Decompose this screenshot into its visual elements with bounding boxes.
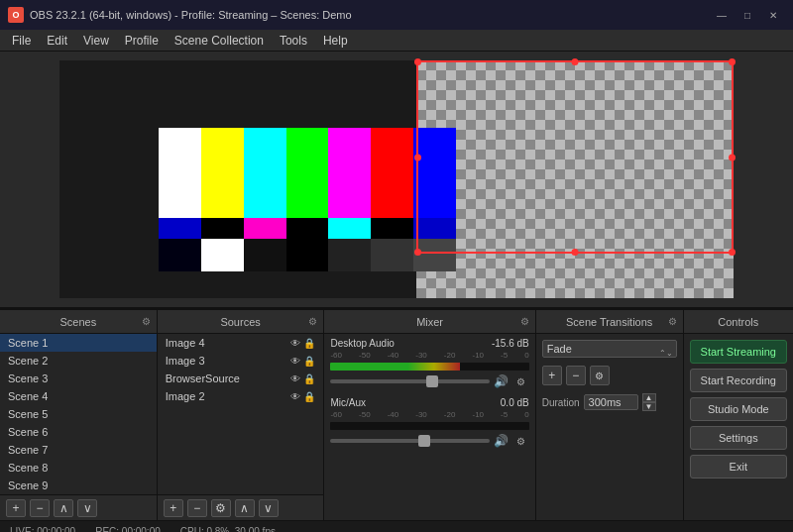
close-button[interactable]: ✕	[761, 5, 785, 25]
bar-bot7	[413, 239, 456, 271]
mixer-mic-fader[interactable]	[330, 439, 489, 443]
mixer-panel-header: Mixer ⚙	[324, 310, 534, 334]
transitions-panel: Scene Transitions ⚙ Cut Fade Swipe Slide…	[536, 310, 684, 520]
scene-item[interactable]: Scene 8	[0, 459, 157, 477]
menu-file[interactable]: File	[4, 32, 39, 50]
transition-settings-button[interactable]: ⚙	[590, 366, 610, 385]
source-label: Image 4	[166, 337, 205, 349]
scene-item[interactable]: Scene 3	[0, 370, 157, 387]
source-down-button[interactable]: ∨	[259, 499, 279, 517]
bar-red	[371, 128, 413, 218]
duration-row: Duration ▲ ▼	[542, 393, 677, 411]
source-item[interactable]: Image 3 👁 🔒	[158, 352, 324, 370]
menu-scene-collection[interactable]: Scene Collection	[167, 32, 272, 50]
scenes-panel-config-icon[interactable]: ⚙	[142, 316, 151, 327]
duration-up-button[interactable]: ▲	[642, 393, 656, 402]
source-visible-icon[interactable]: 👁	[290, 338, 300, 349]
menu-edit[interactable]: Edit	[39, 32, 75, 50]
add-source-button[interactable]: +	[164, 499, 183, 517]
remove-transition-button[interactable]: −	[566, 366, 586, 385]
settings-button[interactable]: Settings	[690, 426, 787, 450]
status-live: LIVE: 00:00:00	[10, 526, 75, 532]
menu-help[interactable]: Help	[315, 32, 356, 50]
add-scene-button[interactable]: +	[6, 499, 26, 517]
remove-source-button[interactable]: −	[187, 499, 207, 517]
maximize-button[interactable]: □	[736, 5, 759, 25]
menu-profile[interactable]: Profile	[117, 32, 167, 50]
source-lock-icon[interactable]: 🔒	[303, 338, 315, 349]
start-recording-button[interactable]: Start Recording	[690, 369, 787, 392]
scene-item[interactable]: Scene 7	[0, 441, 157, 459]
mixer-mic-thumb[interactable]	[418, 435, 430, 447]
preview-checker	[416, 60, 734, 298]
sources-list: Image 4 👁 🔒 Image 3 👁 🔒 BrowserSource 👁 …	[158, 334, 324, 494]
source-item[interactable]: Image 2 👁 🔒	[158, 387, 324, 405]
controls-panel-title: Controls	[718, 316, 758, 328]
minimize-button[interactable]: —	[710, 5, 734, 25]
scene-item[interactable]: Scene 6	[0, 423, 157, 441]
scene-down-button[interactable]: ∨	[77, 499, 97, 517]
mixer-mic-label-row: Mic/Aux 0.0 dB	[330, 397, 528, 408]
duration-down-button[interactable]: ▼	[642, 402, 656, 411]
mixer-desktop-label: Desktop Audio	[330, 338, 395, 349]
menu-view[interactable]: View	[75, 32, 117, 50]
source-up-button[interactable]: ∧	[235, 499, 255, 517]
mixer-desktop-fader[interactable]	[330, 379, 489, 383]
scene-item[interactable]: Scene 9	[0, 477, 157, 494]
mixer-panel-config-icon[interactable]: ⚙	[520, 316, 529, 327]
scene-item[interactable]: Scene 4	[0, 387, 157, 405]
duration-input[interactable]	[584, 394, 638, 410]
mixer-content: Desktop Audio -15.6 dB -60 -50 -40 -30 -…	[324, 334, 534, 520]
source-visible-icon[interactable]: 👁	[290, 356, 300, 367]
duration-label: Duration	[542, 397, 580, 408]
source-visible-icon[interactable]: 👁	[290, 391, 300, 402]
source-settings-button[interactable]: ⚙	[211, 499, 231, 517]
exit-button[interactable]: Exit	[690, 455, 787, 479]
bar-blue	[413, 128, 456, 218]
duration-spinners: ▲ ▼	[642, 393, 656, 411]
bottom-panels: Scenes ⚙ Scene 1 Scene 2 Scene 3 Scene 4…	[0, 309, 793, 520]
scene-item[interactable]: Scene 1	[0, 334, 157, 352]
bar-row-bot	[159, 239, 456, 271]
transitions-panel-config-icon[interactable]: ⚙	[668, 316, 677, 327]
scenes-panel: Scenes ⚙ Scene 1 Scene 2 Scene 3 Scene 4…	[0, 310, 158, 520]
mixer-mic-meter	[330, 422, 528, 430]
mixer-mic-mute-icon[interactable]: 🔊	[494, 433, 510, 449]
transition-select[interactable]: Cut Fade Swipe Slide	[542, 340, 677, 358]
mixer-desktop-mute-icon[interactable]: 🔊	[494, 373, 510, 389]
bar-magenta	[328, 128, 371, 218]
source-item[interactable]: BrowserSource 👁 🔒	[158, 370, 324, 387]
mixer-desktop-thumb[interactable]	[426, 375, 438, 387]
mixer-desktop-bar	[330, 363, 459, 371]
mixer-mic-settings-icon[interactable]: ⚙	[513, 433, 529, 449]
bar-yellow	[201, 128, 244, 218]
source-lock-icon[interactable]: 🔒	[303, 391, 315, 402]
source-lock-icon[interactable]: 🔒	[303, 356, 315, 367]
start-streaming-button[interactable]: Start Streaming	[690, 340, 787, 364]
transition-add-remove-row: + − ⚙	[542, 366, 677, 385]
scene-up-button[interactable]: ∧	[54, 499, 73, 517]
scenes-panel-footer: + − ∧ ∨	[0, 494, 157, 520]
add-transition-button[interactable]: +	[542, 366, 562, 385]
bar-white	[159, 128, 201, 218]
studio-mode-button[interactable]: Studio Mode	[690, 397, 787, 421]
mixer-desktop-settings-icon[interactable]: ⚙	[513, 373, 529, 389]
source-lock-icon[interactable]: 🔒	[303, 373, 315, 384]
preview-canvas	[59, 60, 734, 298]
source-label: BrowserSource	[166, 372, 240, 384]
mixer-mic-scale: -60 -50 -40 -30 -20 -10 -5 0	[330, 410, 528, 419]
source-item-icons: 👁 🔒	[290, 373, 315, 384]
bar-mid6	[371, 218, 413, 239]
mixer-desktop-controls: 🔊 ⚙	[330, 373, 528, 389]
scene-item[interactable]: Scene 2	[0, 352, 157, 370]
source-visible-icon[interactable]: 👁	[290, 373, 300, 384]
source-item[interactable]: Image 4 👁 🔒	[158, 334, 324, 352]
mixer-desktop-label-row: Desktop Audio -15.6 dB	[330, 338, 528, 349]
menu-bar: File Edit View Profile Scene Collection …	[0, 30, 793, 52]
bar-row-mid	[159, 218, 456, 239]
sources-panel-config-icon[interactable]: ⚙	[308, 316, 317, 327]
scene-item[interactable]: Scene 5	[0, 405, 157, 423]
menu-tools[interactable]: Tools	[272, 32, 315, 50]
remove-scene-button[interactable]: −	[30, 499, 50, 517]
window-controls: — □ ✕	[710, 5, 785, 25]
